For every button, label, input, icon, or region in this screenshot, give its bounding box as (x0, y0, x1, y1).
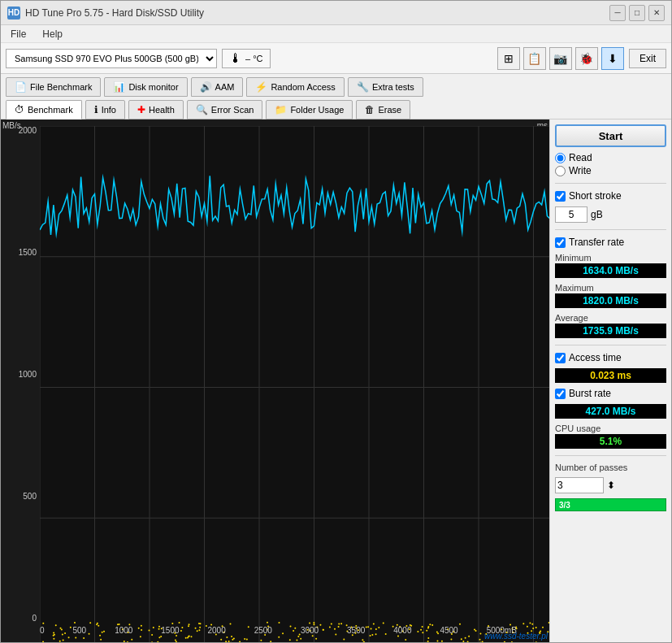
tab-extra-tests-label: Extra tests (372, 82, 414, 92)
tab-folder-usage-label: Folder Usage (290, 105, 344, 115)
minimum-label: Minimum (555, 253, 666, 263)
y-label-1500: 1500 (19, 248, 37, 257)
erase-icon: 🗑 (365, 104, 375, 115)
passes-spin-icon: ⬍ (607, 480, 615, 491)
passes-row: ⬍ (555, 477, 666, 493)
exit-button[interactable]: Exit (629, 49, 666, 68)
passes-input[interactable] (555, 477, 604, 493)
tab-aam[interactable]: 🔊 AAM (191, 77, 244, 97)
y-label-1000: 1000 (19, 370, 37, 379)
passes-progress-text: 3/3 (559, 501, 570, 510)
chart-area: MB/s ms 2000 1500 1000 500 0 0.40 0.30 0… (1, 119, 549, 642)
title-bar-left: HD HD Tune Pro 5.75 - Hard Disk/SSD Util… (7, 7, 204, 20)
tab-disk-monitor[interactable]: 📊 Disk monitor (104, 77, 187, 97)
divider-4 (555, 455, 666, 456)
tab-benchmark-label: Benchmark (28, 105, 73, 115)
disk-monitor-icon: 📊 (113, 81, 125, 93)
benchmark-icon: ⏱ (15, 104, 24, 115)
short-stroke-value-input[interactable] (555, 206, 587, 223)
main-window: HD HD Tune Pro 5.75 - Hard Disk/SSD Util… (0, 0, 672, 643)
transfer-rate-checkbox[interactable]: Transfer rate (555, 237, 666, 248)
tab-random-access[interactable]: ⚡ Random Access (246, 77, 344, 97)
x-label-4000: 4000 (393, 626, 411, 635)
watermark: www.ssd-tester.pl (484, 632, 548, 641)
average-stat: Average 1735.9 MB/s (555, 313, 666, 338)
access-time-label: Access time (569, 352, 622, 363)
tab-erase[interactable]: 🗑 Erase (356, 100, 410, 119)
maximize-button[interactable]: □ (629, 5, 645, 21)
passes-label: Number of passes (555, 463, 666, 472)
tab-error-scan[interactable]: 🔍 Error Scan (187, 100, 263, 119)
average-value: 1735.9 MB/s (555, 324, 666, 338)
x-label-4500: 4500 (440, 626, 457, 635)
tab-benchmark[interactable]: ⏱ Benchmark (6, 100, 82, 119)
tab-error-scan-label: Error Scan (211, 105, 254, 115)
y-label-500: 500 (23, 492, 37, 501)
short-stroke-label: Short stroke (569, 190, 622, 202)
y-label-2000: 2000 (19, 126, 37, 135)
tab-folder-usage[interactable]: 📁 Folder Usage (266, 100, 353, 119)
tab-bar: 📄 File Benchmark 📊 Disk monitor 🔊 AAM ⚡ … (1, 74, 671, 119)
burst-rate-input[interactable] (555, 389, 566, 399)
start-button[interactable]: Start (555, 124, 666, 147)
toolbar-download-icon[interactable]: ⬇ (601, 47, 624, 70)
tab-file-benchmark[interactable]: 📄 File Benchmark (6, 77, 101, 97)
app-icon: HD (7, 7, 20, 20)
drive-select[interactable]: Samsung SSD 970 EVO Plus 500GB (500 gB) (6, 49, 217, 68)
minimum-value: 1634.0 MB/s (555, 263, 666, 278)
toolbar: Samsung SSD 970 EVO Plus 500GB (500 gB) … (1, 43, 671, 74)
transfer-rate-label: Transfer rate (569, 237, 624, 248)
tab-health[interactable]: ✚ Health (128, 100, 184, 119)
x-label-500: 500 (73, 626, 87, 635)
x-label-1500: 1500 (161, 626, 179, 635)
tab-row-1: 📄 File Benchmark 📊 Disk monitor 🔊 AAM ⚡ … (6, 77, 666, 97)
transfer-rate-input[interactable] (555, 237, 566, 248)
thermometer-icon: 🌡 (229, 51, 242, 66)
toolbar-icon-3[interactable]: 📷 (549, 47, 572, 70)
benchmark-chart (40, 126, 549, 642)
access-time-input[interactable] (555, 353, 566, 363)
burst-rate-checkbox[interactable]: Burst rate (555, 388, 666, 399)
chart-y-labels-left: 2000 1500 1000 500 0 (1, 126, 40, 623)
tab-extra-tests[interactable]: 🔧 Extra tests (348, 77, 423, 97)
folder-usage-icon: 📁 (275, 104, 287, 115)
write-radio[interactable]: Write (555, 165, 666, 176)
tab-health-label: Health (149, 105, 175, 115)
write-label: Write (569, 165, 592, 176)
extra-tests-icon: 🔧 (357, 81, 369, 93)
average-label: Average (555, 313, 666, 323)
read-radio-input[interactable] (555, 153, 566, 163)
x-label-3500: 3500 (347, 626, 365, 635)
window-title: HD Tune Pro 5.75 - Hard Disk/SSD Utility (25, 7, 204, 19)
x-label-2500: 2500 (254, 626, 272, 635)
temp-value: – °C (245, 54, 263, 63)
access-time-checkbox[interactable]: Access time (555, 352, 666, 363)
tab-erase-label: Erase (378, 105, 401, 115)
chart-x-labels: 0 500 1000 1500 2000 2500 3000 3500 4000… (40, 624, 517, 642)
read-write-radio-group: Read Write (555, 152, 666, 176)
write-radio-input[interactable] (555, 166, 566, 176)
short-stroke-checkbox[interactable]: Short stroke (555, 190, 666, 202)
random-access-icon: ⚡ (255, 81, 267, 93)
short-stroke-input[interactable] (555, 191, 566, 202)
close-button[interactable]: ✕ (648, 5, 665, 21)
cpu-usage-stat: CPU usage 5.1% (555, 424, 666, 449)
temp-display: 🌡 – °C (222, 49, 271, 68)
toolbar-icon-2[interactable]: 📋 (523, 47, 546, 70)
toolbar-icons: ⊞ 📋 📷 🐞 ⬇ (497, 47, 624, 70)
tab-aam-label: AAM (215, 82, 235, 92)
read-radio[interactable]: Read (555, 152, 666, 163)
health-icon: ✚ (137, 104, 145, 115)
file-benchmark-icon: 📄 (15, 81, 27, 93)
cpu-usage-value: 5.1% (555, 434, 666, 449)
x-label-1000: 1000 (115, 626, 132, 635)
minimize-button[interactable]: ─ (609, 5, 626, 21)
tab-info[interactable]: ℹ Info (85, 100, 125, 119)
menu-help[interactable]: Help (39, 28, 66, 41)
toolbar-icon-1[interactable]: ⊞ (497, 47, 520, 70)
burst-rate-label: Burst rate (569, 388, 611, 399)
toolbar-icon-4[interactable]: 🐞 (575, 47, 598, 70)
menu-file[interactable]: File (7, 28, 29, 41)
tab-row-2: ⏱ Benchmark ℹ Info ✚ Health 🔍 Error Scan… (6, 100, 666, 119)
main-content: MB/s ms 2000 1500 1000 500 0 0.40 0.30 0… (1, 119, 671, 642)
